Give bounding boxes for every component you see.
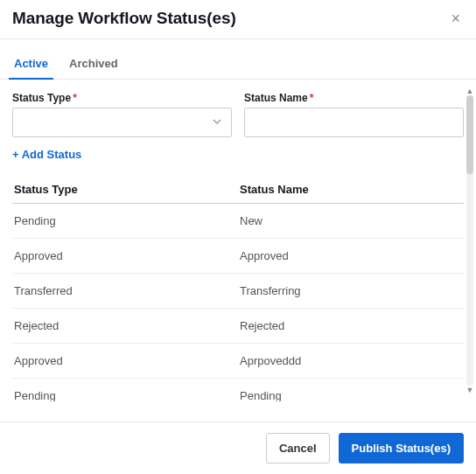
table-row: ApprovedAprpoveddd xyxy=(12,344,464,379)
status-type-label: Status Type* xyxy=(12,92,232,104)
status-table: Status Type Status Name PendingNewApprov… xyxy=(12,176,464,401)
form-row: Status Type* Status Name* xyxy=(12,92,464,137)
table-row: RejectedRejected xyxy=(12,309,464,344)
table-header-row: Status Type Status Name xyxy=(12,176,464,204)
scroll-down-icon[interactable]: ▼ xyxy=(465,386,475,394)
cell-type: Pending xyxy=(12,214,238,227)
col-header-name: Status Name xyxy=(238,183,464,196)
cell-name: New xyxy=(238,214,464,227)
status-name-label-text: Status Name xyxy=(244,92,308,104)
status-type-field: Status Type* xyxy=(12,92,232,137)
status-type-label-text: Status Type xyxy=(12,92,71,104)
cell-type: Pending xyxy=(12,389,238,401)
cell-name: Approved xyxy=(238,249,464,262)
table-row: TransferredTransferring xyxy=(12,274,464,309)
cell-name: Rejected xyxy=(238,319,464,332)
status-name-input[interactable] xyxy=(244,108,464,137)
tab-archived[interactable]: Archived xyxy=(67,52,120,79)
table-row: PendingPending xyxy=(12,379,464,401)
cell-name: Aprpoveddd xyxy=(238,354,464,367)
status-name-label: Status Name* xyxy=(244,92,464,104)
close-icon[interactable]: × xyxy=(447,9,464,28)
cell-type: Approved xyxy=(12,249,238,262)
cell-name: Pending xyxy=(238,389,464,401)
status-type-select[interactable] xyxy=(12,108,232,137)
cell-type: Transferred xyxy=(12,284,238,297)
required-asterisk: * xyxy=(73,92,77,104)
table-row: PendingNew xyxy=(12,204,464,239)
scroll-up-icon[interactable]: ▲ xyxy=(465,87,475,95)
cell-name: Transferring xyxy=(238,284,464,297)
cell-type: Approved xyxy=(12,354,238,367)
dialog-header: Manage Workflow Status(es) × xyxy=(0,0,476,38)
chevron-down-icon xyxy=(212,115,222,130)
cancel-button[interactable]: Cancel xyxy=(266,433,330,464)
divider xyxy=(0,38,476,39)
scrollbar-thumb[interactable] xyxy=(466,95,473,174)
scrollbar[interactable]: ▲ ▼ xyxy=(465,87,475,394)
tabs: Active Archived xyxy=(0,52,476,80)
dialog-footer: Cancel Publish Status(es) xyxy=(0,422,476,474)
col-header-type: Status Type xyxy=(12,183,238,196)
cell-type: Rejected xyxy=(12,319,238,332)
dialog-title: Manage Workflow Status(es) xyxy=(12,9,236,28)
body-scroll: Status Type* Status Name* + Add Status S… xyxy=(0,80,476,401)
add-status-link[interactable]: + Add Status xyxy=(12,148,81,161)
required-asterisk: * xyxy=(310,92,314,104)
tab-active[interactable]: Active xyxy=(12,52,50,79)
status-name-field: Status Name* xyxy=(244,92,464,137)
publish-button[interactable]: Publish Status(es) xyxy=(339,433,464,464)
table-row: ApprovedApproved xyxy=(12,239,464,274)
